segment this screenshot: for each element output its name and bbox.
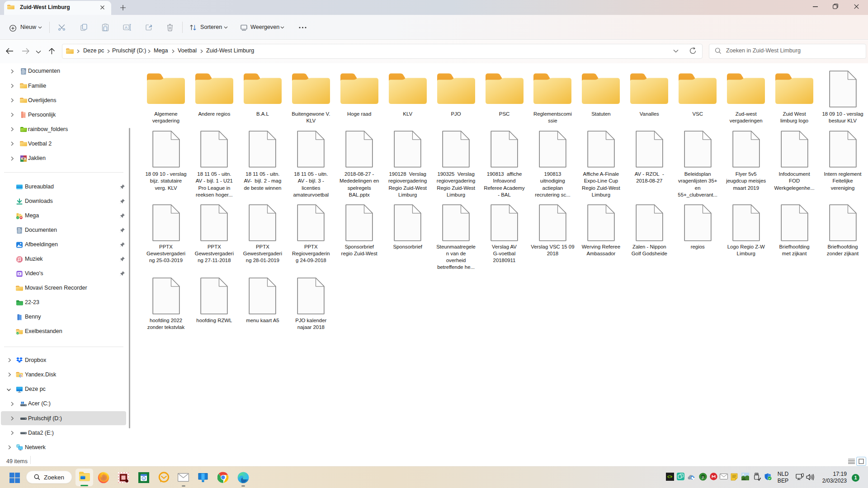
svg-text:A: A [125,25,127,30]
svg-text:1: 1 [143,477,145,480]
svg-text:µ: µ [702,474,704,479]
